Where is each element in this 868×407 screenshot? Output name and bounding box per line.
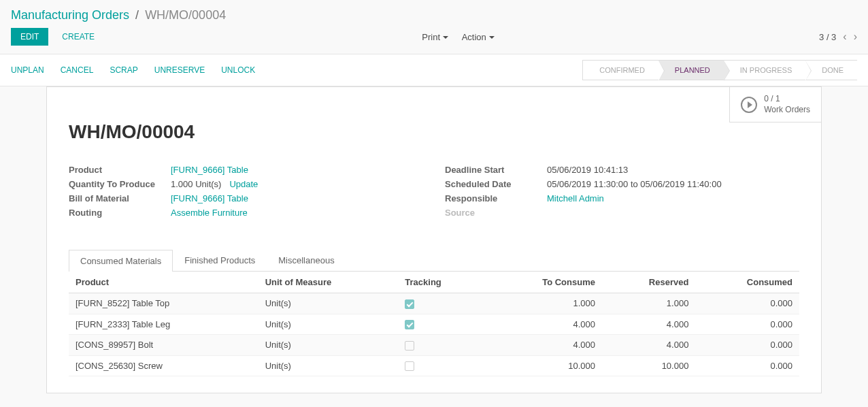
status-step-planned[interactable]: PLANNED [658, 60, 724, 80]
cell-reserved: 10.000 [602, 355, 695, 376]
pager-next[interactable]: › [854, 31, 857, 43]
scrap-button[interactable]: SCRAP [110, 65, 137, 75]
breadcrumb-current: WH/MO/00004 [145, 8, 226, 22]
status-step-confirmed[interactable]: CONFIRMED [582, 60, 658, 80]
cell-reserved: 1.000 [602, 293, 695, 314]
action-dropdown[interactable]: Action [456, 29, 500, 45]
record-title: WH/MO/00004 [69, 121, 799, 143]
field-label-qty: Quantity To Produce [69, 179, 171, 189]
field-label-deadline: Deadline Start [445, 165, 547, 175]
tracking-checkbox [405, 299, 414, 309]
scheduled-value: 05/06/2019 11:30:00 to 05/06/2019 11:40:… [547, 179, 799, 189]
form-sheet: 0 / 1 Work Orders WH/MO/00004 Product[FU… [46, 86, 822, 393]
col-uom: Unit of Measure [258, 272, 399, 293]
cell-tracking [398, 335, 486, 356]
cell-tracking [398, 355, 486, 376]
col-tracking: Tracking [398, 272, 486, 293]
tabs: Consumed MaterialsFinished ProductsMisce… [69, 249, 799, 272]
cell-to-consume: 4.000 [486, 335, 602, 356]
cell-product: [CONS_89957] Bolt [69, 335, 258, 356]
tracking-checkbox [405, 341, 414, 351]
cell-tracking [398, 314, 486, 335]
field-label-scheduled: Scheduled Date [445, 179, 547, 189]
cell-uom: Unit(s) [258, 314, 399, 335]
unreserve-button[interactable]: UNRESERVE [154, 65, 205, 75]
routing-link[interactable]: Assemble Furniture [171, 208, 248, 218]
pager-prev[interactable]: ‹ [843, 31, 846, 43]
tab-miscellaneous[interactable]: Miscellaneous [267, 249, 346, 271]
col-consumed: Consumed [695, 272, 799, 293]
tab-consumed-materials[interactable]: Consumed Materials [69, 250, 173, 272]
cell-reserved: 4.000 [602, 335, 695, 356]
update-qty-link[interactable]: Update [229, 179, 258, 189]
caret-down-icon [443, 36, 448, 39]
product-link[interactable]: [FURN_9666] Table [171, 165, 248, 175]
bom-link[interactable]: [FURN_9666] Table [171, 193, 248, 204]
breadcrumb-parent-link[interactable]: Manufacturing Orders [11, 8, 129, 22]
tracking-checkbox [405, 320, 414, 329]
col-product: Product [69, 272, 258, 293]
consumed-materials-table: Product Unit of Measure Tracking To Cons… [69, 272, 799, 376]
table-row[interactable]: [FURN_8522] Table TopUnit(s)1.0001.0000.… [69, 293, 799, 314]
cell-product: [CONS_25630] Screw [69, 355, 258, 376]
cell-to-consume: 10.000 [486, 355, 602, 376]
pager: 3 / 3 ‹ › [819, 31, 857, 43]
status-step-in-progress[interactable]: IN PROGRESS [724, 60, 805, 80]
col-reserved: Reserved [602, 272, 695, 293]
unplan-button[interactable]: UNPLAN [11, 65, 44, 75]
control-bar: EDIT CREATE Print Action 3 / 3 ‹ › [0, 28, 868, 54]
cell-uom: Unit(s) [258, 355, 399, 376]
qty-value: 1.000 Unit(s) [171, 179, 221, 189]
unlock-button[interactable]: UNLOCK [221, 65, 255, 75]
caret-down-icon [489, 36, 495, 39]
status-bar: CONFIRMEDPLANNEDIN PROGRESSDONE [582, 60, 857, 80]
tab-finished-products[interactable]: Finished Products [173, 249, 267, 271]
field-label-source: Source [445, 208, 547, 218]
deadline-value: 05/06/2019 10:41:13 [547, 165, 799, 175]
cell-reserved: 4.000 [602, 314, 695, 335]
table-row[interactable]: [CONS_89957] BoltUnit(s)4.0004.0000.000 [69, 335, 799, 356]
cell-product: [FURN_2333] Table Leg [69, 314, 258, 335]
breadcrumb-separator: / [135, 8, 139, 22]
stat-count: 0 / 1 [764, 94, 810, 105]
cell-tracking [398, 293, 486, 314]
col-to-consume: To Consume [486, 272, 602, 293]
cell-product: [FURN_8522] Table Top [69, 293, 258, 314]
breadcrumb: Manufacturing Orders / WH/MO/00004 [0, 0, 868, 28]
status-step-done[interactable]: DONE [805, 60, 857, 80]
field-label-routing: Routing [69, 208, 171, 218]
create-button[interactable]: CREATE [59, 28, 97, 46]
field-label-product: Product [69, 165, 171, 175]
cell-to-consume: 4.000 [486, 314, 602, 335]
source-value [547, 208, 799, 218]
print-dropdown[interactable]: Print [416, 29, 454, 45]
cell-consumed: 0.000 [695, 355, 799, 376]
cancel-button[interactable]: CANCEL [61, 65, 94, 75]
tracking-checkbox [405, 361, 414, 371]
play-icon [741, 97, 757, 113]
field-label-bom: Bill of Material [69, 193, 171, 204]
cell-consumed: 0.000 [695, 335, 799, 356]
cell-uom: Unit(s) [258, 335, 399, 356]
cell-to-consume: 1.000 [486, 293, 602, 314]
cell-consumed: 0.000 [695, 293, 799, 314]
pager-text: 3 / 3 [819, 32, 836, 42]
responsible-link[interactable]: Mitchell Admin [547, 193, 604, 204]
cell-consumed: 0.000 [695, 314, 799, 335]
stat-label: Work Orders [764, 105, 810, 116]
field-label-responsible: Responsible [445, 193, 547, 204]
edit-button[interactable]: EDIT [11, 28, 48, 46]
table-row[interactable]: [FURN_2333] Table LegUnit(s)4.0004.0000.… [69, 314, 799, 335]
table-row[interactable]: [CONS_25630] ScrewUnit(s)10.00010.0000.0… [69, 355, 799, 376]
cell-uom: Unit(s) [258, 293, 399, 314]
action-bar: UNPLAN CANCEL SCRAP UNRESERVE UNLOCK CON… [0, 54, 868, 86]
work-orders-stat[interactable]: 0 / 1 Work Orders [729, 87, 821, 123]
